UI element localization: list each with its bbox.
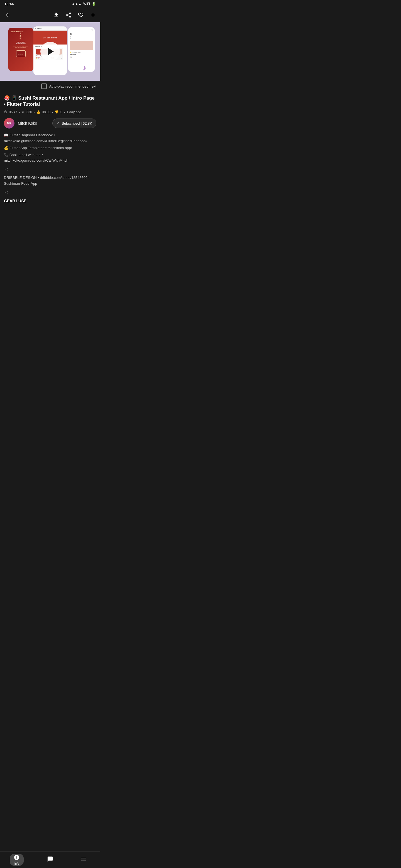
- back-button[interactable]: [3, 11, 11, 19]
- desc-url-1[interactable]: mitchkoko.gumroad.com/l/FlutterBeginnerH…: [4, 139, 87, 143]
- desc-url-3[interactable]: mitchkoko.gumroad.com/l/CallWithMitch: [4, 158, 68, 162]
- screen-left-mockup: 日本食 THE TASTE OFJAPANESE FOOD Feel the t…: [8, 28, 33, 71]
- autoplay-checkbox[interactable]: [41, 84, 47, 89]
- likes-icon: 👍: [36, 110, 40, 114]
- channel-avatar[interactable]: MK: [4, 118, 15, 128]
- nav-right: [52, 11, 97, 19]
- title-emoji: 🍣 📱: [4, 95, 18, 101]
- download-button[interactable]: [52, 11, 60, 19]
- dribbble-label: DRIBBBLE DESIGN: [4, 176, 37, 180]
- subscribe-button[interactable]: ✓ Subscribed | 62.8K: [52, 119, 96, 128]
- desc-sep-2: •: [46, 146, 48, 150]
- video-info: 🍣 📱 Sushi Restaurant App / Intro Page • …: [0, 92, 100, 210]
- video-dislikes: 0: [60, 110, 62, 114]
- desc-gear: GEAR I USE: [4, 198, 96, 204]
- nav-left: [3, 11, 11, 19]
- dislikes-icon: 👎: [55, 110, 59, 114]
- video-posted-ago: 1 day ago: [66, 110, 81, 114]
- desc-line-1: 📖 Flutter Beginner Handbook • mitchkoko.…: [4, 132, 96, 144]
- meta-dot-4: [64, 112, 65, 113]
- desc-sep-1: •: [54, 133, 55, 137]
- meta-dot-2: [34, 112, 34, 113]
- status-time: 15:44: [4, 2, 13, 6]
- desc-sep-3: •: [41, 153, 43, 157]
- like-button[interactable]: [77, 11, 85, 19]
- video-likes: 38.00: [42, 110, 50, 114]
- desc-line-3: 📞 Book a call with me • mitchkoko.gumroa…: [4, 152, 96, 164]
- video-container: 日本食 THE TASTE OFJAPANESE FOOD Feel the t…: [0, 22, 100, 81]
- status-icons: ▲▲▲ WiFi 🔋: [71, 2, 96, 6]
- money-emoji: 💰: [4, 146, 9, 150]
- video-meta: ⏱ 06:47 👁 330 👍 38.00 👎 0 1 day ago: [4, 110, 96, 114]
- video-views: 330: [26, 110, 32, 114]
- meta-dot-3: [52, 112, 53, 113]
- music-note-decoration: ♪: [82, 63, 86, 72]
- share-button[interactable]: [65, 11, 73, 19]
- dribbble-sep: •: [37, 176, 40, 180]
- screen-right-mockup: ♡ 鮨オリ ⭐ 4.5 Original Sushi Ingredients R…: [68, 27, 95, 72]
- desc-dribbble: DRIBBBLE DESIGN • dribbble.com/shots/185…: [4, 175, 96, 187]
- play-triangle: [48, 48, 54, 55]
- video-title: 🍣 📱 Sushi Restaurant App / Intro Page • …: [4, 95, 96, 107]
- phone-emoji: 📞: [4, 153, 9, 157]
- description: 📖 Flutter Beginner Handbook • mitchkoko.…: [4, 132, 96, 204]
- channel-name: Mitch Koko: [18, 121, 37, 125]
- duration-clock-icon: ⏱: [4, 110, 7, 114]
- channel-row: MK Mitch Koko ✓ Subscribed | 62.8K: [4, 118, 96, 128]
- video-duration: 06:47: [9, 110, 17, 114]
- desc-url-2[interactable]: mitchkoko.app/: [48, 146, 72, 150]
- subscribe-check-icon: ✓: [57, 121, 60, 125]
- avatar-initials: MK: [7, 122, 11, 125]
- book-emoji: 📖: [4, 133, 9, 137]
- add-button[interactable]: [89, 11, 97, 19]
- play-button[interactable]: [40, 42, 60, 61]
- subscribe-label: Subscribed | 62.8K: [61, 121, 92, 125]
- signal-icon: ▲▲▲: [71, 2, 82, 6]
- wifi-icon: WiFi: [83, 2, 90, 6]
- status-bar: 15:44 ▲▲▲ WiFi 🔋: [0, 0, 100, 8]
- autoplay-label: Auto-play recommended next: [49, 84, 96, 89]
- views-icon: 👁: [22, 110, 25, 114]
- autoplay-row: Auto-play recommended next: [0, 81, 100, 92]
- desc-line-2: 💰 Flutter App Templates • mitchkoko.app/: [4, 145, 96, 151]
- desc-separator-2: ~ ;: [4, 189, 96, 195]
- meta-dot-1: [19, 112, 20, 113]
- top-nav: [0, 8, 100, 22]
- desc-separator-1: ~ ;: [4, 166, 96, 172]
- battery-icon: 🔋: [92, 2, 96, 6]
